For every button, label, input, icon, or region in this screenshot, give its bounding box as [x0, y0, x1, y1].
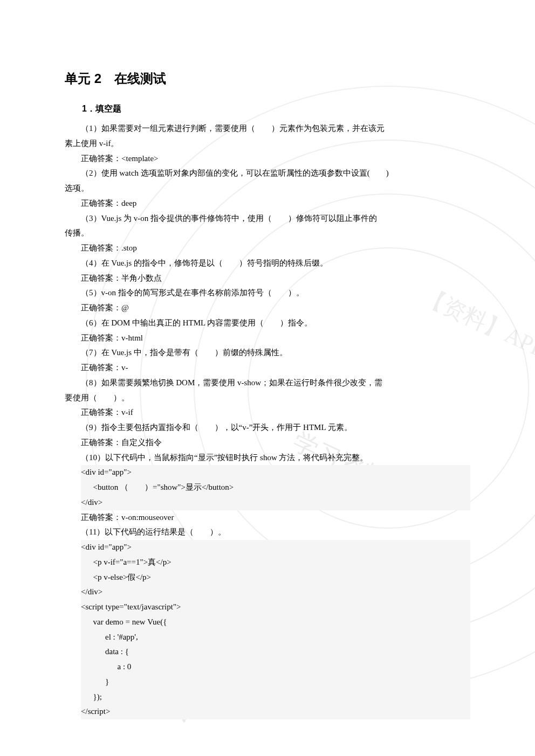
q6: （6）在 DOM 中输出真正的 HTML 内容需要使用（ ）指令。	[65, 316, 470, 331]
code-block-q11: <div id="app"> <p v-if="a==1">真</p> <p v…	[81, 540, 470, 719]
code-line: }	[81, 677, 109, 686]
a10: 正确答案：v-on:mouseover	[65, 510, 470, 525]
code-block-q10: <div id="app"> <button （ ）="show">显示</bu…	[81, 465, 470, 510]
code-line: </div>	[81, 587, 102, 596]
a7: 正确答案：v-	[65, 360, 470, 376]
a5: 正确答案：@	[65, 301, 470, 316]
a1: 正确答案：<template>	[65, 151, 470, 167]
a9: 正确答案：自定义指令	[65, 435, 470, 450]
q4: （4）在 Vue.js 的指令中，修饰符是以（ ）符号指明的特殊后缀。	[65, 256, 470, 271]
q2-line2: 选项。	[65, 181, 470, 196]
q3-line1: （3）Vue.js 为 v-on 指令提供的事件修饰符中，使用（ ）修饰符可以阻…	[65, 211, 470, 226]
q9: （9）指令主要包括内置指令和（ ），以“v-”开头，作用于 HTML 元素。	[65, 420, 470, 435]
q1-line2: 素上使用 v-if。	[65, 136, 470, 151]
a6: 正确答案：v-html	[65, 331, 470, 346]
q7: （7）在 Vue.js 中，指令是带有（ ）前缀的特殊属性。	[65, 345, 470, 360]
code-line: <p v-else>假</p>	[81, 573, 151, 581]
code-line: </div>	[81, 498, 102, 507]
code-line: data : {	[81, 647, 129, 656]
q5: （5）v-on 指令的简写形式是在事件名称前添加符号（ ）。	[65, 286, 470, 301]
q10: （10）以下代码中，当鼠标指向“显示”按钮时执行 show 方法，将代码补充完整…	[65, 450, 470, 466]
code-line: el : '#app',	[81, 633, 138, 641]
code-line: <p v-if="a==1">真</p>	[81, 558, 172, 566]
code-line: </script>	[81, 707, 110, 716]
code-line: <div id="app">	[81, 543, 132, 551]
a2: 正确答案：deep	[65, 196, 470, 211]
code-line: <button （ ）="show">显示</button>	[81, 483, 234, 491]
code-line: <script type="text/javascript">	[81, 602, 181, 611]
q11: （11）以下代码的运行结果是（ ）。	[65, 525, 470, 540]
code-line: <div id="app">	[81, 468, 132, 476]
q3-line2: 传播。	[65, 226, 470, 241]
a8: 正确答案：v-if	[65, 405, 470, 420]
a4: 正确答案：半角小数点	[65, 271, 470, 286]
q8-line1: （8）如果需要频繁地切换 DOM，需要使用 v-show；如果在运行时条件很少改…	[65, 376, 470, 391]
section-header-fill-blank: 1．填空题	[65, 103, 470, 115]
q2-line1: （2）使用 watch 选项监听对象内部值的变化，可以在监听属性的选项参数中设置…	[65, 166, 470, 181]
q1-line1: （1）如果需要对一组元素进行判断，需要使用（ ）元素作为包装元素，并在该元	[65, 121, 470, 136]
code-line: var demo = new Vue({	[81, 618, 167, 626]
code-line: });	[81, 692, 102, 701]
a3: 正确答案：.stop	[65, 241, 470, 256]
page-title: 单元 2 在线测试	[65, 70, 470, 87]
q8-line2: 要使用（ ）。	[65, 391, 470, 406]
document-page: 单元 2 在线测试 1．填空题 （1）如果需要对一组元素进行判断，需要使用（ ）…	[0, 0, 535, 752]
code-line: a : 0	[81, 662, 131, 671]
